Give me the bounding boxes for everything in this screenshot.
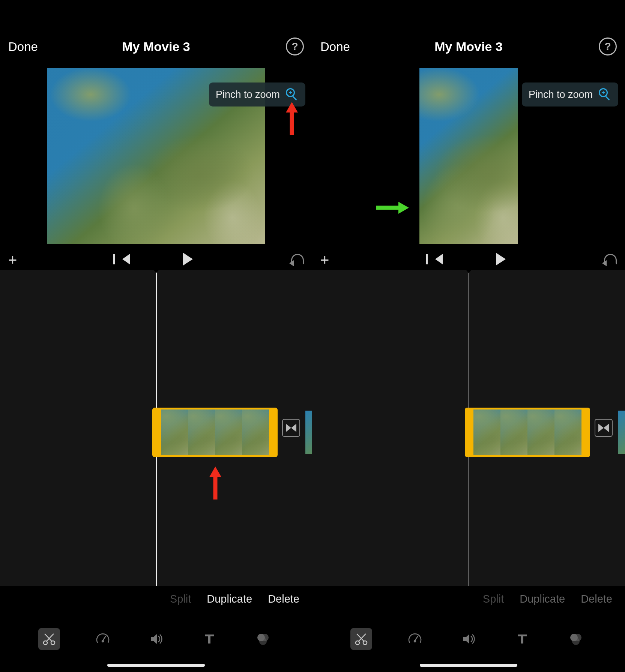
undo-button[interactable] (291, 254, 304, 266)
play-icon (496, 253, 506, 266)
transition-icon (286, 424, 296, 432)
tool-speed[interactable] (404, 628, 426, 650)
clip-thumbnails (161, 410, 269, 455)
svg-line-13 (415, 636, 418, 640)
svg-point-9 (356, 641, 359, 645)
screenshot-right: Done My Movie 3 ? Pinch to zoom + + (312, 0, 625, 672)
clip-trim-handle-left[interactable] (467, 410, 473, 455)
filters-icon (568, 632, 583, 646)
add-media-button[interactable]: + (8, 252, 17, 268)
svg-point-1 (51, 641, 55, 645)
clip-thumbnails (473, 410, 581, 455)
volume-icon (149, 632, 164, 646)
pinch-to-zoom-label: Pinch to zoom (216, 89, 280, 100)
skip-back-icon (122, 254, 130, 264)
text-icon (515, 632, 530, 646)
annotation-arrow (286, 102, 298, 136)
zoom-in-icon: + (285, 88, 299, 101)
speedometer-icon (407, 632, 422, 646)
transition-icon (598, 424, 609, 432)
duplicate-button[interactable]: Duplicate (207, 593, 252, 605)
svg-line-4 (103, 636, 106, 640)
transition-button[interactable] (282, 419, 300, 437)
home-indicator[interactable] (107, 664, 205, 667)
bottom-toolbar (0, 623, 312, 655)
delete-button[interactable]: Delete (268, 593, 299, 605)
speedometer-icon (95, 632, 110, 646)
undo-icon (604, 254, 617, 264)
help-button[interactable]: ? (286, 38, 304, 56)
tool-scissors[interactable] (38, 628, 60, 650)
add-media-button[interactable]: + (320, 252, 329, 268)
transition-button[interactable] (595, 419, 613, 437)
zoom-in-icon: + (598, 88, 611, 101)
pinch-to-zoom-label: Pinch to zoom (529, 89, 593, 100)
tool-titles[interactable] (198, 628, 220, 650)
project-title: My Movie 3 (312, 39, 625, 54)
annotation-arrow (209, 466, 221, 501)
skip-back-button[interactable] (435, 254, 443, 266)
screenshot-left: Done My Movie 3 ? Pinch to zoom + + (0, 0, 312, 672)
project-title: My Movie 3 (0, 39, 312, 54)
tool-scissors[interactable] (350, 628, 372, 650)
svg-point-17 (572, 638, 580, 645)
tool-filters[interactable] (252, 628, 274, 650)
svg-point-8 (259, 638, 267, 645)
tool-filters[interactable] (565, 628, 587, 650)
help-button[interactable]: ? (599, 38, 617, 56)
undo-icon (291, 254, 304, 264)
top-bar: Done My Movie 3 ? (312, 0, 625, 62)
play-button[interactable] (183, 253, 193, 267)
clip-trim-handle-right[interactable] (269, 410, 276, 455)
playhead-marker-icon (463, 267, 474, 273)
clip-actions: Split Duplicate Delete (0, 586, 312, 611)
split-button[interactable]: Split (483, 593, 504, 605)
text-icon (202, 632, 217, 646)
duplicate-button[interactable]: Duplicate (520, 593, 565, 605)
clip-actions: Split Duplicate Delete (312, 586, 625, 611)
pinch-to-zoom-pill[interactable]: Pinch to zoom + (522, 82, 618, 106)
svg-point-0 (44, 641, 47, 645)
top-bar: Done My Movie 3 ? (0, 0, 312, 62)
scissors-icon (42, 632, 57, 646)
skip-back-icon (435, 254, 443, 264)
skip-back-button[interactable] (122, 254, 130, 266)
filters-icon (255, 632, 270, 646)
play-button[interactable] (496, 253, 506, 267)
timeline[interactable] (0, 270, 312, 586)
scissors-icon (354, 632, 369, 646)
delete-button[interactable]: Delete (581, 593, 612, 605)
svg-point-5 (102, 640, 104, 642)
tool-speed[interactable] (92, 628, 114, 650)
volume-icon (461, 632, 476, 646)
split-button[interactable]: Split (170, 593, 191, 605)
playhead-marker-icon (151, 267, 161, 273)
next-clip-peek[interactable] (618, 411, 625, 454)
next-clip-peek[interactable] (305, 411, 312, 454)
svg-point-10 (363, 641, 367, 645)
annotation-arrow (376, 202, 410, 214)
clip-trim-handle-left[interactable] (154, 410, 161, 455)
timeline[interactable] (312, 270, 625, 586)
tool-volume[interactable] (145, 628, 167, 650)
bottom-toolbar (312, 623, 625, 655)
tool-volume[interactable] (458, 628, 479, 650)
svg-point-14 (414, 640, 416, 642)
tool-titles[interactable] (511, 628, 533, 650)
clip-trim-handle-right[interactable] (581, 410, 588, 455)
play-icon (183, 253, 193, 266)
selected-clip[interactable] (465, 408, 590, 457)
undo-button[interactable] (604, 254, 617, 266)
home-indicator[interactable] (420, 664, 517, 667)
selected-clip[interactable] (152, 408, 278, 457)
preview-frame (419, 68, 518, 244)
